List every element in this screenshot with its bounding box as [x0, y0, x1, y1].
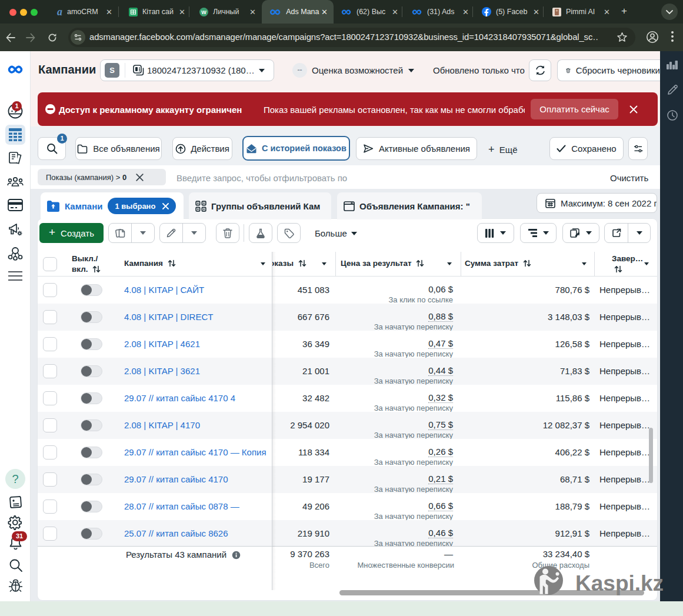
svg-text:W: W — [201, 9, 206, 15]
